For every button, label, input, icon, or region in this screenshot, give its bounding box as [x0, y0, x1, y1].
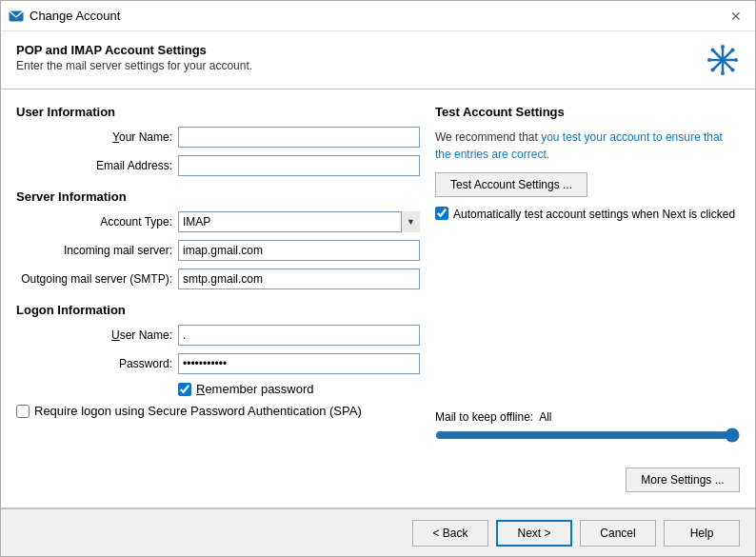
footer: < Back Next > Cancel Help — [1, 508, 755, 556]
svg-point-7 — [707, 58, 711, 62]
user-name-label-rest: ser Name: — [120, 328, 172, 342]
content-area: User Information Your Name: Email Addres… — [1, 90, 755, 507]
your-name-row: Your Name: — [16, 127, 420, 148]
cancel-button[interactable]: Cancel — [580, 520, 656, 547]
incoming-mail-label: Incoming mail server: — [16, 244, 178, 257]
user-name-row: User Name: — [16, 325, 420, 346]
user-name-label: User Name: — [16, 328, 178, 342]
asterisk-icon — [706, 43, 740, 77]
more-settings-row: More Settings ... — [435, 467, 740, 492]
next-button[interactable]: Next > — [496, 520, 572, 547]
svg-point-8 — [734, 58, 738, 62]
mail-offline-value: All — [539, 410, 551, 424]
remember-password-label: Remember password — [196, 382, 314, 396]
your-name-label: Your Name: — [16, 130, 178, 144]
email-address-input[interactable] — [178, 155, 420, 176]
account-type-label: Account Type: — [16, 215, 178, 229]
test-account-desc-highlight: you test your account to ensure that the… — [435, 130, 723, 161]
account-type-select[interactable]: IMAP POP3 — [178, 211, 420, 232]
password-row: Password: — [16, 353, 420, 374]
your-name-label-rest: our Name: — [119, 130, 172, 144]
remember-password-checkbox[interactable] — [178, 383, 191, 396]
test-account-title: Test Account Settings — [435, 105, 740, 119]
incoming-mail-input[interactable]: imap.gmail.com — [178, 240, 420, 261]
header-subtitle: Enter the mail server settings for your … — [16, 59, 252, 72]
spa-row: Require logon using Secure Password Auth… — [16, 404, 420, 418]
window-title: Change Account — [30, 9, 120, 23]
password-label: Password: — [16, 357, 178, 370]
logon-info-section-title: Logon Information — [16, 303, 420, 317]
title-bar: Change Account ✕ — [1, 1, 755, 31]
left-panel: User Information Your Name: Email Addres… — [16, 105, 420, 492]
header-section: POP and IMAP Account Settings Enter the … — [1, 31, 755, 90]
email-address-label: Email Address: — [16, 159, 178, 172]
account-type-select-wrapper: IMAP POP3 ▼ — [178, 211, 420, 232]
incoming-mail-row: Incoming mail server: imap.gmail.com — [16, 240, 420, 261]
remember-r: R — [196, 382, 205, 396]
mail-offline-slider[interactable] — [435, 428, 740, 443]
mail-offline-label: Mail to keep offline: All — [435, 410, 740, 424]
right-panel: Test Account Settings We recommend that … — [435, 105, 740, 492]
spa-label: Require logon using Secure Password Auth… — [34, 404, 362, 418]
auto-test-label: Automatically test account settings when… — [453, 207, 735, 223]
close-button[interactable]: ✕ — [725, 7, 747, 26]
outgoing-mail-row: Outgoing mail server (SMTP): smtp.gmail.… — [16, 269, 420, 289]
mail-offline-section: Mail to keep offline: All — [435, 410, 740, 450]
svg-point-12 — [711, 69, 715, 72]
spa-checkbox[interactable] — [16, 405, 30, 418]
back-button[interactable]: < Back — [412, 520, 488, 547]
outgoing-mail-input[interactable]: smtp.gmail.com — [178, 269, 420, 289]
svg-point-11 — [731, 49, 735, 52]
remember-rest: emember password — [205, 382, 313, 396]
user-name-label-u: U — [111, 328, 120, 342]
main-window: Change Account ✕ POP and IMAP Account Se… — [0, 0, 756, 557]
window-icon — [9, 9, 24, 24]
auto-test-checkbox[interactable] — [435, 207, 448, 220]
mail-offline-slider-container — [435, 428, 740, 450]
auto-test-row: Automatically test account settings when… — [435, 207, 740, 223]
help-button[interactable]: Help — [664, 520, 740, 547]
user-info-section-title: User Information — [16, 105, 420, 119]
server-info-section-title: Server Information — [16, 189, 420, 204]
account-type-row: Account Type: IMAP POP3 ▼ — [16, 211, 420, 232]
password-input[interactable] — [178, 353, 420, 374]
test-account-desc: We recommend that you test your account … — [435, 129, 740, 163]
svg-point-6 — [721, 71, 725, 75]
mail-offline-label-text: Mail to keep offline: — [435, 410, 533, 424]
email-address-row: Email Address: — [16, 155, 420, 176]
title-bar-left: Change Account — [9, 9, 120, 24]
header-text: POP and IMAP Account Settings Enter the … — [16, 43, 252, 72]
header-title: POP and IMAP Account Settings — [16, 43, 252, 57]
svg-point-10 — [731, 69, 735, 72]
header-icon-area — [706, 43, 740, 77]
svg-point-9 — [711, 49, 715, 52]
remember-password-row: Remember password — [178, 382, 420, 396]
user-name-input[interactable] — [178, 325, 420, 346]
test-account-button[interactable]: Test Account Settings ... — [435, 172, 587, 197]
your-name-input[interactable] — [178, 127, 420, 148]
your-name-label-text: Y — [112, 130, 119, 144]
more-settings-button[interactable]: More Settings ... — [626, 467, 740, 492]
outgoing-mail-label: Outgoing mail server (SMTP): — [16, 272, 178, 286]
svg-point-5 — [721, 45, 725, 49]
